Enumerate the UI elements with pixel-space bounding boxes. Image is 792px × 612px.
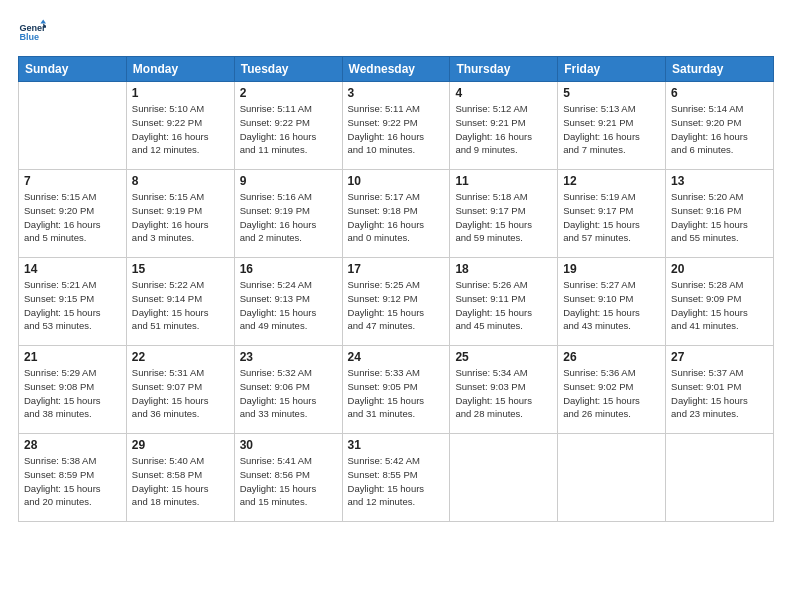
calendar-cell: 8Sunrise: 5:15 AM Sunset: 9:19 PM Daylig…	[126, 170, 234, 258]
calendar-cell: 10Sunrise: 5:17 AM Sunset: 9:18 PM Dayli…	[342, 170, 450, 258]
calendar-cell: 31Sunrise: 5:42 AM Sunset: 8:55 PM Dayli…	[342, 434, 450, 522]
calendar-cell: 25Sunrise: 5:34 AM Sunset: 9:03 PM Dayli…	[450, 346, 558, 434]
header-cell-tuesday: Tuesday	[234, 57, 342, 82]
day-info: Sunrise: 5:21 AM Sunset: 9:15 PM Dayligh…	[24, 278, 121, 333]
day-info: Sunrise: 5:28 AM Sunset: 9:09 PM Dayligh…	[671, 278, 768, 333]
day-info: Sunrise: 5:33 AM Sunset: 9:05 PM Dayligh…	[348, 366, 445, 421]
calendar-cell	[666, 434, 774, 522]
day-info: Sunrise: 5:12 AM Sunset: 9:21 PM Dayligh…	[455, 102, 552, 157]
day-number: 31	[348, 438, 445, 452]
day-number: 15	[132, 262, 229, 276]
svg-text:Blue: Blue	[19, 32, 39, 42]
calendar-cell: 30Sunrise: 5:41 AM Sunset: 8:56 PM Dayli…	[234, 434, 342, 522]
day-number: 1	[132, 86, 229, 100]
header-cell-wednesday: Wednesday	[342, 57, 450, 82]
day-info: Sunrise: 5:25 AM Sunset: 9:12 PM Dayligh…	[348, 278, 445, 333]
day-number: 4	[455, 86, 552, 100]
calendar-cell: 19Sunrise: 5:27 AM Sunset: 9:10 PM Dayli…	[558, 258, 666, 346]
day-number: 30	[240, 438, 337, 452]
calendar-cell: 20Sunrise: 5:28 AM Sunset: 9:09 PM Dayli…	[666, 258, 774, 346]
day-info: Sunrise: 5:19 AM Sunset: 9:17 PM Dayligh…	[563, 190, 660, 245]
calendar-cell: 17Sunrise: 5:25 AM Sunset: 9:12 PM Dayli…	[342, 258, 450, 346]
day-info: Sunrise: 5:14 AM Sunset: 9:20 PM Dayligh…	[671, 102, 768, 157]
calendar-cell: 12Sunrise: 5:19 AM Sunset: 9:17 PM Dayli…	[558, 170, 666, 258]
day-info: Sunrise: 5:18 AM Sunset: 9:17 PM Dayligh…	[455, 190, 552, 245]
day-info: Sunrise: 5:36 AM Sunset: 9:02 PM Dayligh…	[563, 366, 660, 421]
day-info: Sunrise: 5:20 AM Sunset: 9:16 PM Dayligh…	[671, 190, 768, 245]
calendar-cell: 2Sunrise: 5:11 AM Sunset: 9:22 PM Daylig…	[234, 82, 342, 170]
day-info: Sunrise: 5:41 AM Sunset: 8:56 PM Dayligh…	[240, 454, 337, 509]
day-info: Sunrise: 5:17 AM Sunset: 9:18 PM Dayligh…	[348, 190, 445, 245]
calendar-cell	[558, 434, 666, 522]
day-number: 6	[671, 86, 768, 100]
day-info: Sunrise: 5:11 AM Sunset: 9:22 PM Dayligh…	[348, 102, 445, 157]
day-info: Sunrise: 5:15 AM Sunset: 9:19 PM Dayligh…	[132, 190, 229, 245]
day-info: Sunrise: 5:42 AM Sunset: 8:55 PM Dayligh…	[348, 454, 445, 509]
calendar-cell: 24Sunrise: 5:33 AM Sunset: 9:05 PM Dayli…	[342, 346, 450, 434]
calendar-cell: 5Sunrise: 5:13 AM Sunset: 9:21 PM Daylig…	[558, 82, 666, 170]
day-number: 12	[563, 174, 660, 188]
calendar-cell: 1Sunrise: 5:10 AM Sunset: 9:22 PM Daylig…	[126, 82, 234, 170]
calendar-cell: 14Sunrise: 5:21 AM Sunset: 9:15 PM Dayli…	[19, 258, 127, 346]
svg-marker-2	[40, 19, 46, 23]
day-info: Sunrise: 5:10 AM Sunset: 9:22 PM Dayligh…	[132, 102, 229, 157]
header-cell-monday: Monday	[126, 57, 234, 82]
calendar-cell: 16Sunrise: 5:24 AM Sunset: 9:13 PM Dayli…	[234, 258, 342, 346]
day-number: 2	[240, 86, 337, 100]
day-info: Sunrise: 5:15 AM Sunset: 9:20 PM Dayligh…	[24, 190, 121, 245]
day-number: 13	[671, 174, 768, 188]
calendar-cell: 4Sunrise: 5:12 AM Sunset: 9:21 PM Daylig…	[450, 82, 558, 170]
day-info: Sunrise: 5:13 AM Sunset: 9:21 PM Dayligh…	[563, 102, 660, 157]
day-number: 20	[671, 262, 768, 276]
day-number: 9	[240, 174, 337, 188]
calendar-header-row: SundayMondayTuesdayWednesdayThursdayFrid…	[19, 57, 774, 82]
calendar-cell: 11Sunrise: 5:18 AM Sunset: 9:17 PM Dayli…	[450, 170, 558, 258]
day-number: 26	[563, 350, 660, 364]
calendar-cell: 23Sunrise: 5:32 AM Sunset: 9:06 PM Dayli…	[234, 346, 342, 434]
calendar-cell: 28Sunrise: 5:38 AM Sunset: 8:59 PM Dayli…	[19, 434, 127, 522]
day-number: 18	[455, 262, 552, 276]
calendar-cell: 27Sunrise: 5:37 AM Sunset: 9:01 PM Dayli…	[666, 346, 774, 434]
calendar-body: 1Sunrise: 5:10 AM Sunset: 9:22 PM Daylig…	[19, 82, 774, 522]
week-row-3: 14Sunrise: 5:21 AM Sunset: 9:15 PM Dayli…	[19, 258, 774, 346]
week-row-1: 1Sunrise: 5:10 AM Sunset: 9:22 PM Daylig…	[19, 82, 774, 170]
calendar-cell: 21Sunrise: 5:29 AM Sunset: 9:08 PM Dayli…	[19, 346, 127, 434]
day-number: 17	[348, 262, 445, 276]
day-number: 25	[455, 350, 552, 364]
day-number: 16	[240, 262, 337, 276]
calendar-cell	[19, 82, 127, 170]
day-number: 23	[240, 350, 337, 364]
day-info: Sunrise: 5:31 AM Sunset: 9:07 PM Dayligh…	[132, 366, 229, 421]
day-info: Sunrise: 5:22 AM Sunset: 9:14 PM Dayligh…	[132, 278, 229, 333]
calendar-cell: 29Sunrise: 5:40 AM Sunset: 8:58 PM Dayli…	[126, 434, 234, 522]
header-cell-thursday: Thursday	[450, 57, 558, 82]
week-row-4: 21Sunrise: 5:29 AM Sunset: 9:08 PM Dayli…	[19, 346, 774, 434]
calendar-cell: 9Sunrise: 5:16 AM Sunset: 9:19 PM Daylig…	[234, 170, 342, 258]
day-number: 11	[455, 174, 552, 188]
calendar-table: SundayMondayTuesdayWednesdayThursdayFrid…	[18, 56, 774, 522]
calendar-cell: 3Sunrise: 5:11 AM Sunset: 9:22 PM Daylig…	[342, 82, 450, 170]
day-info: Sunrise: 5:29 AM Sunset: 9:08 PM Dayligh…	[24, 366, 121, 421]
day-info: Sunrise: 5:38 AM Sunset: 8:59 PM Dayligh…	[24, 454, 121, 509]
day-number: 28	[24, 438, 121, 452]
day-info: Sunrise: 5:40 AM Sunset: 8:58 PM Dayligh…	[132, 454, 229, 509]
day-number: 21	[24, 350, 121, 364]
day-number: 3	[348, 86, 445, 100]
logo: General Blue	[18, 18, 50, 46]
day-info: Sunrise: 5:37 AM Sunset: 9:01 PM Dayligh…	[671, 366, 768, 421]
calendar-cell: 18Sunrise: 5:26 AM Sunset: 9:11 PM Dayli…	[450, 258, 558, 346]
calendar-cell: 13Sunrise: 5:20 AM Sunset: 9:16 PM Dayli…	[666, 170, 774, 258]
day-number: 5	[563, 86, 660, 100]
day-number: 22	[132, 350, 229, 364]
calendar-cell: 26Sunrise: 5:36 AM Sunset: 9:02 PM Dayli…	[558, 346, 666, 434]
day-number: 8	[132, 174, 229, 188]
calendar-cell: 7Sunrise: 5:15 AM Sunset: 9:20 PM Daylig…	[19, 170, 127, 258]
day-number: 10	[348, 174, 445, 188]
header-cell-friday: Friday	[558, 57, 666, 82]
calendar-cell	[450, 434, 558, 522]
day-info: Sunrise: 5:34 AM Sunset: 9:03 PM Dayligh…	[455, 366, 552, 421]
calendar-cell: 15Sunrise: 5:22 AM Sunset: 9:14 PM Dayli…	[126, 258, 234, 346]
day-number: 14	[24, 262, 121, 276]
calendar-cell: 6Sunrise: 5:14 AM Sunset: 9:20 PM Daylig…	[666, 82, 774, 170]
day-info: Sunrise: 5:16 AM Sunset: 9:19 PM Dayligh…	[240, 190, 337, 245]
